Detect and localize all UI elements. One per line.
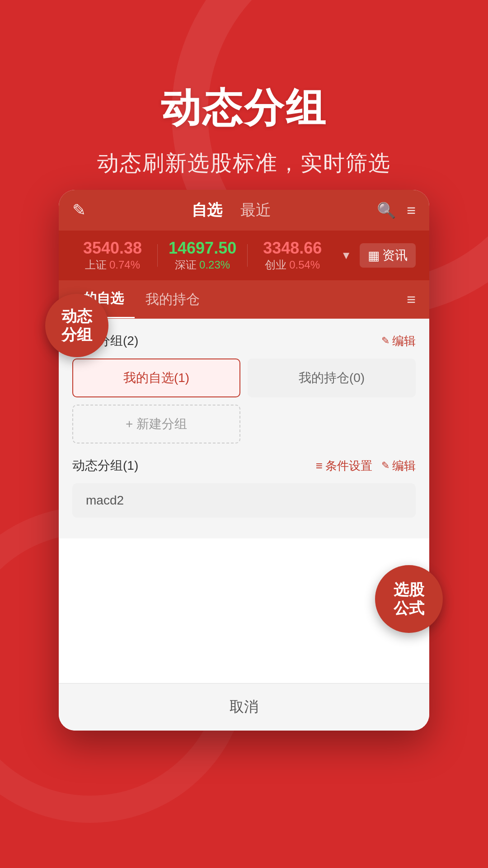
sh-pct: 0.74%	[109, 259, 140, 271]
phone-card: ✎ 自选 最近 🔍 ≡ 3540.38 上证 0.74% 14697.50	[59, 190, 429, 731]
news-icon: ▦	[368, 248, 380, 263]
cancel-button[interactable]: 取消	[230, 698, 258, 715]
sh-name: 上证	[85, 258, 107, 272]
index-cy[interactable]: 3348.66 创业 0.54%	[252, 239, 333, 272]
cy-name: 创业	[265, 258, 286, 272]
page-title: 动态分组	[0, 0, 488, 135]
news-label: 资讯	[382, 247, 408, 264]
sz-pct: 0.23%	[199, 259, 230, 271]
dynamic-edit-icon: ✎	[381, 460, 389, 472]
badge-xuangu: 选股 公式	[375, 565, 443, 633]
macd-group-item[interactable]: macd2	[72, 483, 416, 518]
badge-dongtai-line1: 动态	[61, 307, 92, 326]
page-subtitle: 动态刷新选股标准，实时筛选	[0, 149, 488, 178]
zixuan-edit-label: 编辑	[392, 333, 416, 349]
new-group-button[interactable]: + 新建分组	[72, 405, 240, 443]
badge-xuangu-line2: 公式	[394, 599, 424, 618]
cancel-bar: 取消	[59, 683, 429, 731]
empty-content-area	[59, 538, 429, 683]
search-icon[interactable]: 🔍	[377, 201, 396, 219]
condition-button[interactable]: ≡ 条件设置	[316, 458, 372, 474]
dynamic-section-title: 动态分组(1)	[72, 457, 138, 474]
nav-actions: 🔍 ≡	[377, 201, 416, 219]
separator-1	[157, 244, 158, 267]
dynamic-section-header: 动态分组(1) ≡ 条件设置 ✎ 编辑	[72, 457, 416, 474]
menu-icon[interactable]: ≡	[407, 291, 416, 308]
index-sz[interactable]: 14697.50 深证 0.23%	[162, 239, 243, 272]
zixuan-edit-button[interactable]: ✎ 编辑	[381, 333, 416, 349]
cy-pct: 0.54%	[289, 259, 320, 271]
cy-value: 3348.66	[263, 239, 322, 258]
main-content: 自选分组(2) ✎ 编辑 我的自选(1) 我的持仓(0) + 新建分组 动态分组…	[59, 319, 429, 731]
badge-xuangu-line1: 选股	[394, 580, 424, 599]
filter-icon[interactable]: ≡	[407, 202, 416, 219]
dynamic-edit-button[interactable]: ✎ 编辑	[381, 458, 416, 474]
btn-my-holdings[interactable]: 我的持仓(0)	[248, 359, 416, 397]
condition-icon: ≡	[316, 459, 323, 473]
subtab-chicang[interactable]: 我的持仓	[135, 281, 211, 318]
phone-mockup: 动态 分组 选股 公式 ✎ 自选 最近 🔍 ≡ 3540.38 上证	[59, 190, 429, 778]
zixuan-edit-icon: ✎	[381, 335, 389, 347]
dynamic-edit-label: 编辑	[392, 458, 416, 474]
inner-content-area: 自选分组(2) ✎ 编辑 我的自选(1) 我的持仓(0) + 新建分组 动态分组…	[59, 319, 429, 538]
dynamic-actions: ≡ 条件设置 ✎ 编辑	[316, 458, 416, 474]
group-buttons-row: 我的自选(1) 我的持仓(0)	[72, 359, 416, 397]
tab-zuijin[interactable]: 最近	[240, 200, 271, 221]
top-nav-bar: ✎ 自选 最近 🔍 ≡	[59, 190, 429, 231]
nav-tabs: 自选 最近	[95, 200, 368, 221]
btn-my-watchlist[interactable]: 我的自选(1)	[72, 359, 240, 397]
sub-tabs-bar: 的自选 我的持仓 ≡	[59, 280, 429, 319]
badge-dongtai: 动态 分组	[45, 294, 108, 357]
badge-dongtai-line2: 分组	[61, 326, 92, 344]
condition-label: 条件设置	[325, 458, 372, 474]
sz-name: 深证	[175, 258, 197, 272]
edit-nav-icon[interactable]: ✎	[72, 201, 86, 220]
index-bar: 3540.38 上证 0.74% 14697.50 深证 0.23% 3348.…	[59, 231, 429, 280]
index-sh[interactable]: 3540.38 上证 0.74%	[72, 239, 153, 272]
sh-value: 3540.38	[83, 239, 142, 258]
news-button[interactable]: ▦ 资讯	[360, 243, 416, 268]
tab-zixuan[interactable]: 自选	[192, 200, 222, 221]
dropdown-icon[interactable]: ▼	[337, 249, 355, 262]
sz-value: 14697.50	[169, 239, 236, 258]
zixuan-section-header: 自选分组(2) ✎ 编辑	[72, 332, 416, 349]
separator-2	[247, 244, 248, 267]
